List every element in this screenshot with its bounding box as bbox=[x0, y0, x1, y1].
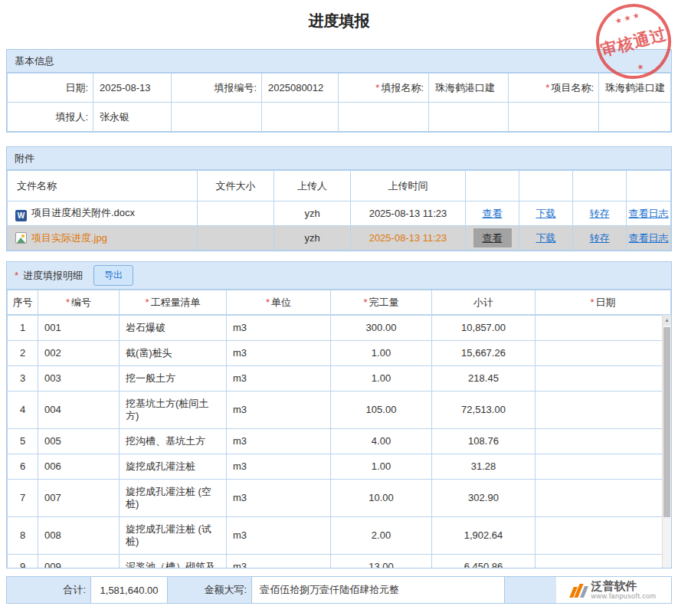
attachment-uploader: yzh bbox=[274, 202, 351, 226]
detail-column-header: 序号 bbox=[8, 290, 38, 315]
attachment-time: 2025-08-13 11:23 bbox=[351, 226, 466, 251]
detail-qty: 1.00 bbox=[331, 454, 432, 480]
download-link[interactable]: 下载 bbox=[536, 208, 556, 219]
detail-date bbox=[536, 341, 671, 366]
brand-name: 泛普软件 bbox=[591, 580, 657, 592]
detail-subtotal: 72,513.00 bbox=[432, 392, 536, 429]
save-as-link[interactable]: 转存 bbox=[590, 208, 610, 219]
detail-code: 007 bbox=[38, 480, 120, 517]
detail-code: 001 bbox=[38, 316, 120, 341]
project-name-value: 珠海鹤港口建 bbox=[599, 74, 671, 103]
detail-column-header: 小计 bbox=[432, 290, 536, 315]
detail-seq: 7 bbox=[8, 480, 38, 517]
detail-item: 挖基坑土方(桩间土方) bbox=[120, 392, 227, 429]
summary-footer: 合计: 1,581,640.00 金额大写: 壹佰伍拾捌万壹仟陆佰肆拾元整 泛普… bbox=[6, 576, 672, 604]
attachment-name-cell: W项目进度相关附件.docx bbox=[8, 202, 198, 226]
detail-section-header: * 进度填报明细 导出 bbox=[7, 262, 671, 290]
basic-info-row-1: 日期: 2025-08-13 填报编号: 2025080012 *填报名称: 珠… bbox=[8, 74, 671, 103]
scrollbar[interactable]: ▲ bbox=[662, 315, 671, 568]
required-mark: * bbox=[266, 297, 270, 308]
attachment-time: 2025-08-13 11:23 bbox=[351, 202, 466, 226]
detail-date bbox=[536, 316, 671, 341]
scroll-up-icon[interactable]: ▲ bbox=[663, 315, 671, 326]
detail-code: 009 bbox=[38, 555, 120, 568]
view-link[interactable]: 查看 bbox=[473, 228, 512, 247]
basic-info-table: 日期: 2025-08-13 填报编号: 2025080012 *填报名称: 珠… bbox=[7, 73, 671, 132]
detail-seq: 3 bbox=[8, 366, 38, 392]
detail-subtotal: 108.76 bbox=[432, 429, 536, 454]
detail-item: 挖一般土方 bbox=[120, 366, 227, 392]
attachments-header-row: 文件名称 文件大小 上传人 上传时间 bbox=[8, 171, 671, 202]
detail-qty: 2.00 bbox=[331, 517, 432, 555]
column-uploader: 上传人 bbox=[274, 171, 351, 202]
report-no-value: 2025080012 bbox=[262, 74, 339, 103]
scrollbar-thumb[interactable] bbox=[663, 327, 670, 517]
detail-code: 003 bbox=[38, 366, 120, 392]
detail-unit: m3 bbox=[227, 366, 331, 392]
view-log-link[interactable]: 查看日志 bbox=[629, 208, 669, 219]
download-link[interactable]: 下载 bbox=[536, 232, 556, 244]
word-file-icon: W bbox=[15, 210, 27, 221]
detail-item: 旋挖成孔灌注桩 bbox=[120, 454, 227, 480]
detail-row: 3003挖一般土方m31.00218.45 bbox=[8, 366, 671, 392]
footer-filler bbox=[505, 577, 556, 603]
attachment-action-cell: 查看 bbox=[466, 202, 519, 226]
column-file-size: 文件大小 bbox=[198, 171, 274, 202]
attachment-filename[interactable]: 项目进度相关附件.docx bbox=[31, 207, 135, 218]
column-file-name: 文件名称 bbox=[8, 171, 198, 202]
attachment-row[interactable]: W项目进度相关附件.docxyzh2025-08-13 11:23查看下载转存查… bbox=[8, 202, 671, 226]
detail-code: 004 bbox=[38, 392, 120, 429]
detail-qty: 13.00 bbox=[331, 555, 432, 568]
attachment-row[interactable]: 项目实际进度.jpgyzh2025-08-13 11:23查看下载转存查看日志 bbox=[8, 226, 671, 251]
required-mark: * bbox=[66, 297, 70, 308]
detail-unit: m3 bbox=[227, 517, 331, 555]
detail-unit: m3 bbox=[227, 316, 331, 341]
attachment-name-cell: 项目实际进度.jpg bbox=[8, 226, 198, 251]
attachment-size bbox=[198, 202, 274, 226]
export-button[interactable]: 导出 bbox=[93, 265, 133, 286]
detail-seq: 4 bbox=[8, 392, 38, 429]
detail-section-title: 进度填报明细 bbox=[23, 269, 83, 283]
detail-unit: m3 bbox=[227, 454, 331, 480]
detail-row: 1001岩石爆破m3300.0010,857.00 bbox=[8, 316, 671, 341]
date-label: 日期: bbox=[8, 74, 93, 103]
detail-subtotal: 15,667.26 bbox=[432, 341, 536, 366]
detail-qty: 105.00 bbox=[331, 392, 432, 429]
detail-qty: 4.00 bbox=[331, 429, 432, 454]
detail-qty: 10.00 bbox=[331, 480, 432, 517]
attachment-filename[interactable]: 项目实际进度.jpg bbox=[31, 232, 107, 244]
detail-scroll-area: 1001岩石爆破m3300.0010,857.002002截(凿)桩头m31.0… bbox=[7, 315, 671, 568]
detail-unit: m3 bbox=[227, 555, 331, 568]
save-as-link[interactable]: 转存 bbox=[590, 232, 610, 244]
detail-item: 旋挖成孔灌注桩 (空桩) bbox=[120, 480, 227, 517]
detail-item: 泥浆池（槽）砌筑及 bbox=[120, 555, 227, 568]
basic-info-row-2: 填报人: 张永银 bbox=[8, 103, 671, 132]
detail-column-header: *工程量清单 bbox=[120, 290, 227, 315]
basic-info-section: 基本信息 日期: 2025-08-13 填报编号: 2025080012 *填报… bbox=[6, 49, 672, 133]
detail-header-row: 序号*编号*工程量清单*单位*完工量小计*日期 bbox=[8, 290, 671, 315]
required-mark: * bbox=[145, 297, 149, 308]
detail-qty: 1.00 bbox=[331, 366, 432, 392]
fanpu-logo-icon bbox=[572, 582, 586, 598]
attachments-body: W项目进度相关附件.docxyzh2025-08-13 11:23查看下载转存查… bbox=[8, 202, 671, 251]
detail-subtotal: 1,902.64 bbox=[432, 517, 536, 555]
attachment-action-cell: 查看 bbox=[466, 226, 519, 251]
detail-code: 008 bbox=[38, 517, 120, 555]
total-label: 合计: bbox=[7, 577, 91, 603]
basic-info-header: 基本信息 bbox=[7, 50, 671, 73]
detail-seq: 9 bbox=[8, 555, 38, 568]
detail-subtotal: 10,857.00 bbox=[432, 316, 536, 341]
amount-words-label: 金额大写: bbox=[168, 577, 252, 603]
image-file-icon bbox=[15, 232, 27, 244]
attachments-header-spacer bbox=[519, 171, 573, 202]
view-link[interactable]: 查看 bbox=[483, 208, 503, 219]
filler-label: 填报人: bbox=[8, 103, 93, 132]
detail-column-header: *日期 bbox=[536, 290, 671, 315]
required-mark: * bbox=[363, 297, 367, 308]
view-log-link[interactable]: 查看日志 bbox=[629, 232, 669, 244]
detail-qty: 1.00 bbox=[331, 341, 432, 366]
detail-item: 岩石爆破 bbox=[120, 316, 227, 341]
detail-column-header: *编号 bbox=[38, 290, 120, 315]
attachments-header-spacer bbox=[627, 171, 671, 202]
filler-value: 张永银 bbox=[93, 103, 172, 132]
